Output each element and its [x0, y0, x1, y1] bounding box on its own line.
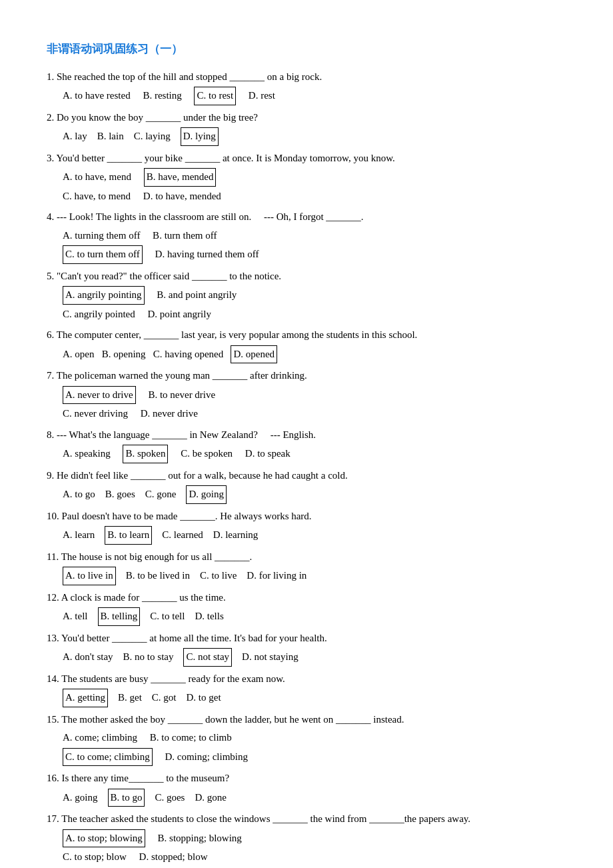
answer-box: B. to learn	[105, 526, 152, 545]
answer-box: C. to come; climbing	[63, 748, 153, 767]
question-4: 4. --- Look! The lights in the classroom…	[47, 209, 566, 264]
question-2: 2. Do you know the boy _______ under the…	[47, 109, 566, 146]
answer-box: A. to stop; blowing	[63, 829, 145, 848]
answer-box: A. to live in	[63, 567, 116, 585]
answer-box: A. angrily pointing	[63, 286, 145, 305]
question-1: 1. She reached the top of the hill and s…	[47, 69, 566, 105]
answer-box: B. to go	[108, 789, 145, 807]
title: 非谓语动词巩固练习（一）	[47, 40, 566, 59]
answer-box: C. to turn them off	[63, 245, 143, 264]
answer-box: B. have, mended	[144, 168, 217, 187]
question-12: 12. A clock is made for _______ us the t…	[47, 589, 566, 626]
answer-box: B. spoken	[123, 445, 168, 463]
answer-box: D. opened	[231, 345, 277, 364]
question-8: 8. --- What's the language _______ in Ne…	[47, 427, 566, 463]
question-9: 9. He didn't feel like _______ out for a…	[47, 467, 566, 504]
answer-box: B. telling	[98, 607, 141, 626]
answer-box: D. lying	[181, 127, 219, 146]
question-10: 10. Paul doesn't have to be made _______…	[47, 508, 566, 545]
answer-box: A. getting	[63, 689, 108, 707]
answer-box: C. to rest	[194, 87, 236, 105]
question-3: 3. You'd better _______ your bike ______…	[47, 150, 566, 205]
answer-box: A. never to drive	[63, 386, 136, 405]
question-11: 11. The house is not big enough for us a…	[47, 549, 566, 585]
question-6: 6. The computer center, _______ last yea…	[47, 327, 566, 363]
question-5: 5. "Can't you read?" the officer said __…	[47, 268, 566, 323]
question-17: 17. The teacher asked the students to cl…	[47, 811, 566, 866]
question-13: 13. You'd better _______ at home all the…	[47, 630, 566, 667]
answer-box: C. not stay	[183, 648, 232, 667]
question-15: 15. The mother asked the boy _______ dow…	[47, 711, 566, 767]
question-7: 7. The policeman warned the young man __…	[47, 367, 566, 423]
question-16: 16. Is there any time_______ to the muse…	[47, 770, 566, 807]
answer-box: D. going	[186, 485, 227, 504]
question-14: 14. The students are busy _______ ready …	[47, 671, 566, 707]
